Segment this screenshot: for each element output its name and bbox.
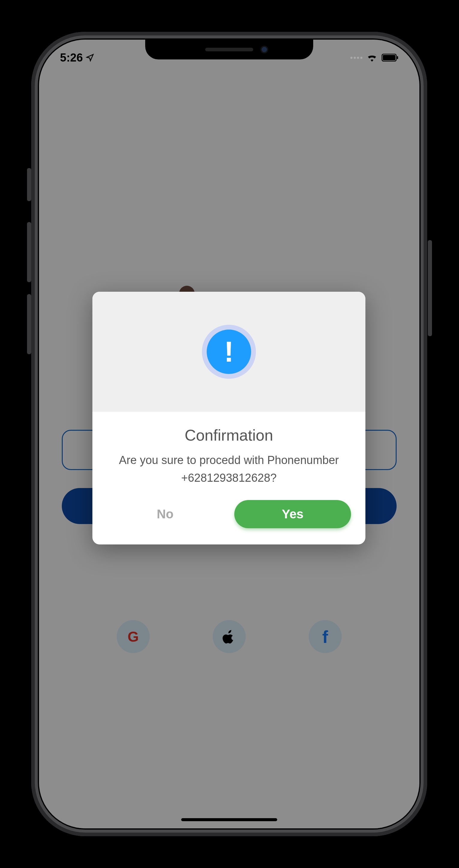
alert-icon: ! xyxy=(207,330,251,374)
volume-down-button[interactable] xyxy=(27,294,31,354)
power-button[interactable] xyxy=(428,240,432,336)
status-left: 5:26 xyxy=(60,51,94,64)
home-indicator[interactable] xyxy=(181,818,277,821)
svg-rect-1 xyxy=(383,55,395,60)
location-icon xyxy=(86,54,94,62)
battery-icon xyxy=(382,54,398,62)
modal-actions: No Yes xyxy=(92,500,365,545)
phone-frame: 5:26 Coworking SPACE BOOKING xyxy=(31,32,427,836)
confirmation-modal: ! Confirmation Are you sure to procedd w… xyxy=(92,292,365,545)
no-button[interactable]: No xyxy=(107,500,224,528)
status-right xyxy=(351,54,398,62)
yes-button[interactable]: Yes xyxy=(234,500,351,528)
modal-body: Confirmation Are you sure to procedd wit… xyxy=(92,412,365,500)
screen: 5:26 Coworking SPACE BOOKING xyxy=(39,40,419,828)
modal-header: ! xyxy=(92,292,365,412)
silent-switch[interactable] xyxy=(27,168,31,201)
svg-rect-2 xyxy=(397,56,398,59)
yes-button-label: Yes xyxy=(282,507,303,521)
status-time: 5:26 xyxy=(60,51,83,64)
wifi-icon xyxy=(367,54,378,62)
cellular-dots-icon xyxy=(351,57,362,59)
status-bar: 5:26 xyxy=(39,49,419,67)
no-button-label: No xyxy=(157,507,174,521)
modal-message: Are you sure to procedd with Phonenumber… xyxy=(104,452,353,487)
volume-up-button[interactable] xyxy=(27,222,31,282)
modal-title: Confirmation xyxy=(104,426,353,444)
